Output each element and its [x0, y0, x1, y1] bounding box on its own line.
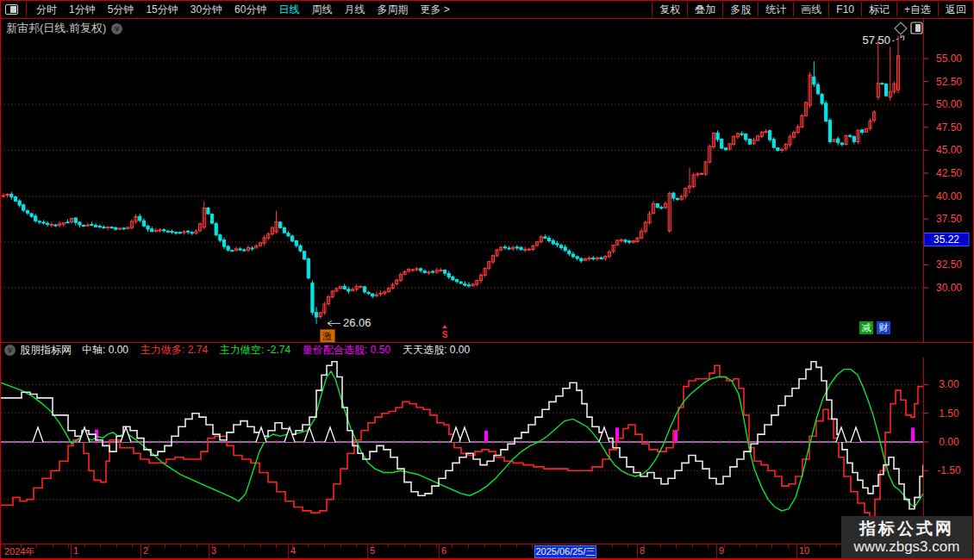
tool-复权[interactable]: 复权	[652, 3, 687, 16]
tool-多股[interactable]: 多股	[722, 3, 758, 16]
week-tick	[420, 544, 421, 548]
week-tick	[100, 544, 101, 548]
price-axis-label: 30.00	[936, 282, 962, 294]
price-axis-label: 42.50	[936, 167, 962, 179]
dividend-marker[interactable]: S	[442, 330, 448, 339]
price-axis-label: 32.50	[936, 258, 962, 271]
chevron-down-icon[interactable]: v	[4, 345, 16, 356]
indicator-canvas[interactable]: 3.001.500.00-1.50	[1, 358, 974, 544]
candlestick-canvas[interactable]: 55.0052.5050.0047.5045.0042.5040.0037.50…	[1, 18, 974, 342]
last-price-marker: 35.22	[933, 233, 959, 246]
week-tick	[276, 544, 277, 548]
indicator-source: v 股朋指标网	[4, 343, 72, 358]
week-tick	[116, 544, 117, 548]
watermark: 指标公式网 www.zbgs3.com	[841, 516, 972, 558]
low-annotation: 26.06	[343, 316, 371, 329]
month-line	[209, 544, 209, 558]
timeframe-更多 >[interactable]: 更多 >	[414, 3, 455, 17]
indicator-field-中轴: 中轴: 0.00	[82, 343, 128, 358]
week-tick	[627, 544, 628, 548]
week-tick	[244, 544, 245, 548]
timeframe-60分钟[interactable]: 60分钟	[228, 3, 272, 17]
price-axis-label: 40.00	[936, 190, 962, 202]
week-tick	[84, 544, 85, 548]
indicator-header: v 股朋指标网 中轴: 0.00主力做多: 2.74主力做空: -2.74量价配…	[1, 342, 974, 358]
timeframe-多周期[interactable]: 多周期	[371, 3, 414, 17]
window-layout-icon[interactable]	[5, 4, 18, 15]
month-label: 9	[719, 545, 724, 556]
week-tick	[836, 544, 837, 548]
timeframe-日线[interactable]: 日线	[272, 3, 305, 17]
week-tick	[197, 544, 197, 548]
indicator-axis-label: 1.50	[939, 408, 959, 420]
timeframe-30分钟[interactable]: 30分钟	[184, 3, 228, 17]
tool-画线[interactable]: 画线	[793, 3, 828, 16]
week-tick	[532, 544, 533, 548]
week-tick	[132, 544, 133, 548]
week-tick	[660, 544, 661, 548]
high-annotation: 57.50	[862, 34, 890, 47]
month-line	[637, 544, 638, 558]
tool-统计[interactable]: 统计	[758, 3, 793, 16]
week-tick	[36, 544, 37, 548]
price-axis-label: 55.00	[936, 53, 962, 65]
timeframe-1分钟[interactable]: 1分钟	[63, 3, 102, 17]
axis-divider-line	[923, 18, 924, 557]
toolbar-divider	[26, 3, 27, 16]
price-axis-label: 50.00	[936, 98, 962, 110]
timeframe-分时[interactable]: 分时	[30, 3, 63, 17]
timeframe-月线[interactable]: 月线	[338, 3, 371, 17]
month-line	[288, 544, 289, 558]
week-tick	[228, 544, 229, 548]
price-axis-label: 52.50	[936, 76, 962, 88]
month-label: 3	[211, 545, 216, 556]
main-chart-panel[interactable]: 55.0052.5050.0047.5045.0042.5040.0037.50…	[1, 18, 974, 342]
month-label: 2	[143, 545, 148, 556]
week-tick	[516, 544, 517, 548]
week-tick	[676, 544, 677, 548]
week-tick	[771, 544, 772, 548]
panel-icon	[915, 24, 921, 32]
price-axis-label: 37.50	[936, 213, 962, 225]
year-label: 2024年	[4, 545, 34, 558]
chevron-down-icon[interactable]: v	[111, 23, 122, 34]
month-line	[71, 544, 72, 558]
indicator-values: 中轴: 0.00主力做多: 2.74主力做空: -2.74量价配合选股: 0.5…	[82, 343, 470, 358]
timeframe-周线[interactable]: 周线	[305, 3, 338, 17]
indicator-panel[interactable]: 3.001.500.00-1.50	[1, 358, 974, 544]
indicator-field-主力做空: 主力做空: -2.74	[220, 343, 290, 358]
timeframe-15分钟[interactable]: 15分钟	[140, 3, 184, 17]
month-line	[140, 544, 141, 558]
event-badge[interactable]: 激	[320, 329, 335, 343]
fund-out-badge[interactable]: 减	[859, 321, 873, 334]
tool-F10[interactable]: F10	[828, 3, 861, 16]
time-axis[interactable]: 2024年12345689102025/06/25/三	[1, 544, 974, 559]
timeframe-bar: 分时1分钟5分钟15分钟30分钟60分钟日线周线月线多周期更多 >	[1, 1, 456, 18]
week-tick	[388, 544, 389, 548]
week-tick	[468, 544, 469, 548]
month-line	[439, 544, 440, 558]
watermark-url: www.zbgs3.com	[854, 538, 960, 556]
week-tick	[692, 544, 693, 548]
week-tick	[165, 544, 165, 548]
indicator-field-主力做多: 主力做多: 2.74	[140, 343, 208, 358]
indicator-field-天天选股: 天天选股: 0.00	[403, 343, 470, 358]
page-title: 新宙邦(日线.前复权)	[6, 21, 106, 36]
week-tick	[180, 544, 181, 548]
chart-title-row: 新宙邦(日线.前复权) v	[6, 21, 122, 36]
week-tick	[452, 544, 453, 548]
week-tick	[820, 544, 821, 548]
week-tick	[612, 544, 613, 548]
top-toolbar: 分时1分钟5分钟15分钟30分钟60分钟日线周线月线多周期更多 > 复权叠加多股…	[1, 1, 973, 19]
fund-in-badge[interactable]: 财	[877, 321, 890, 334]
tool-叠加[interactable]: 叠加	[687, 3, 722, 16]
price-axis-label: 45.00	[936, 144, 962, 156]
tool-+自选[interactable]: +自选	[896, 3, 938, 16]
week-tick	[356, 544, 357, 548]
tool-标记[interactable]: 标记	[861, 3, 896, 16]
week-tick	[740, 544, 740, 548]
tool-返回[interactable]: 返回	[938, 3, 973, 16]
week-tick	[68, 544, 69, 548]
week-tick	[53, 544, 53, 548]
timeframe-5分钟[interactable]: 5分钟	[102, 3, 140, 17]
